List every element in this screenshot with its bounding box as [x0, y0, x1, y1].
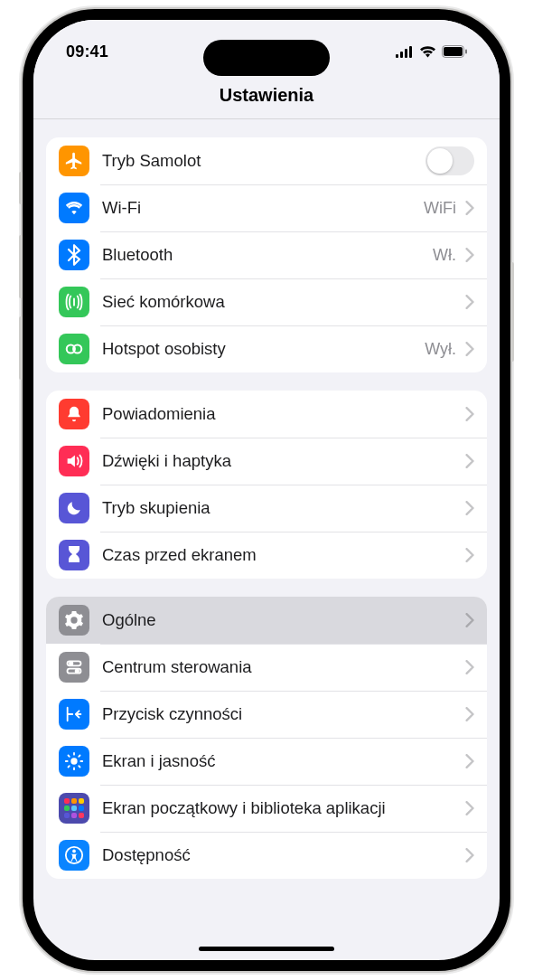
row-display[interactable]: Ekran i jasność — [46, 738, 487, 785]
row-label: Ogólne — [102, 610, 462, 630]
svg-rect-1 — [400, 52, 403, 58]
row-label: Przycisk czynności — [102, 704, 462, 724]
bell-icon — [59, 399, 89, 429]
nav-header: Ustawienia — [33, 76, 500, 119]
row-label: Ekran początkowy i biblioteka aplikacji — [102, 798, 462, 818]
row-value: Wł. — [433, 246, 456, 265]
svg-point-15 — [72, 850, 76, 853]
airplane-toggle[interactable] — [425, 146, 474, 175]
page-title: Ustawienia — [33, 85, 500, 106]
row-label: Sieć komórkowa — [102, 292, 462, 312]
volume-down-button — [19, 316, 23, 380]
cellular-icon — [59, 287, 89, 317]
row-label: Bluetooth — [102, 245, 433, 265]
row-label: Ekran i jasność — [102, 751, 462, 771]
hourglass-icon — [59, 540, 89, 570]
sliders-icon — [59, 652, 89, 683]
svg-point-11 — [70, 662, 72, 664]
row-focus[interactable]: Tryb skupienia — [46, 485, 487, 532]
chevron-right-icon — [465, 848, 474, 862]
row-action-button[interactable]: Przycisk czynności — [46, 691, 487, 738]
row-accessibility[interactable]: Dostępność — [46, 832, 487, 879]
dynamic-island — [203, 40, 330, 76]
chevron-right-icon — [465, 707, 474, 721]
row-label: Centrum sterowania — [102, 657, 462, 677]
row-airplane-mode[interactable]: Tryb Samolot — [46, 137, 487, 184]
row-bluetooth[interactable]: Bluetooth Wł. — [46, 231, 487, 278]
accessibility-icon — [59, 840, 89, 871]
section-attention: Powiadomienia Dźwięki i haptyka Tryb sku… — [46, 391, 487, 579]
settings-list[interactable]: Tryb Samolot Wi-Fi WiFi Bluetooth — [33, 119, 500, 958]
row-label: Dostępność — [102, 845, 462, 865]
row-control-center[interactable]: Centrum sterowania — [46, 644, 487, 691]
row-label: Hotspot osobisty — [102, 339, 425, 359]
cellular-signal-icon — [396, 46, 414, 58]
bluetooth-icon — [59, 240, 89, 270]
row-screentime[interactable]: Czas przed ekranem — [46, 532, 487, 579]
row-wifi[interactable]: Wi-Fi WiFi — [46, 184, 487, 231]
row-label: Tryb Samolot — [102, 151, 425, 171]
svg-rect-3 — [409, 46, 412, 58]
chevron-right-icon — [465, 295, 474, 309]
chevron-right-icon — [465, 548, 474, 562]
device-frame: 09:41 Ustawienia Tryb Samolot — [23, 9, 510, 971]
speaker-icon — [59, 446, 89, 476]
svg-point-13 — [70, 758, 77, 764]
svg-rect-6 — [465, 50, 467, 54]
chevron-right-icon — [465, 801, 474, 815]
row-label: Dźwięki i haptyka — [102, 451, 462, 471]
power-button — [510, 262, 514, 362]
gear-icon — [59, 605, 89, 636]
chevron-right-icon — [465, 201, 474, 215]
chevron-right-icon — [465, 342, 474, 356]
row-label: Czas przed ekranem — [102, 545, 462, 565]
row-label: Tryb skupienia — [102, 498, 462, 518]
svg-point-12 — [76, 670, 79, 673]
chevron-right-icon — [465, 248, 474, 262]
wifi-status-icon — [419, 45, 436, 58]
moon-icon — [59, 493, 89, 523]
svg-rect-5 — [444, 47, 463, 56]
brightness-icon — [59, 746, 89, 777]
battery-icon — [442, 45, 467, 58]
action-button-icon — [59, 699, 89, 730]
chevron-right-icon — [465, 501, 474, 515]
chevron-right-icon — [465, 660, 474, 674]
mute-switch — [19, 172, 23, 204]
row-notifications[interactable]: Powiadomienia — [46, 391, 487, 438]
status-indicators — [396, 45, 467, 58]
svg-rect-2 — [405, 49, 407, 58]
row-cellular[interactable]: Sieć komórkowa — [46, 278, 487, 325]
section-connectivity: Tryb Samolot Wi-Fi WiFi Bluetooth — [46, 137, 487, 372]
section-general: Ogólne Centrum sterowania Przycisk czynn… — [46, 597, 487, 879]
row-hotspot[interactable]: Hotspot osobisty Wył. — [46, 325, 487, 372]
row-label: Powiadomienia — [102, 404, 462, 424]
hotspot-icon — [59, 334, 89, 364]
chevron-right-icon — [465, 754, 474, 768]
status-time: 09:41 — [66, 42, 108, 61]
row-general[interactable]: Ogólne — [46, 597, 487, 644]
row-value: WiFi — [424, 199, 456, 218]
airplane-icon — [59, 146, 89, 176]
svg-rect-0 — [396, 54, 398, 58]
apps-grid-icon — [59, 793, 89, 824]
screen: 09:41 Ustawienia Tryb Samolot — [33, 20, 500, 960]
chevron-right-icon — [465, 407, 474, 421]
row-home-screen[interactable]: Ekran początkowy i biblioteka aplikacji — [46, 785, 487, 832]
row-label: Wi-Fi — [102, 198, 424, 218]
row-sounds[interactable]: Dźwięki i haptyka — [46, 438, 487, 485]
chevron-right-icon — [465, 613, 474, 627]
wifi-icon — [59, 193, 89, 223]
row-value: Wył. — [425, 340, 456, 359]
home-indicator[interactable] — [199, 947, 334, 951]
chevron-right-icon — [465, 454, 474, 468]
volume-up-button — [19, 235, 23, 298]
